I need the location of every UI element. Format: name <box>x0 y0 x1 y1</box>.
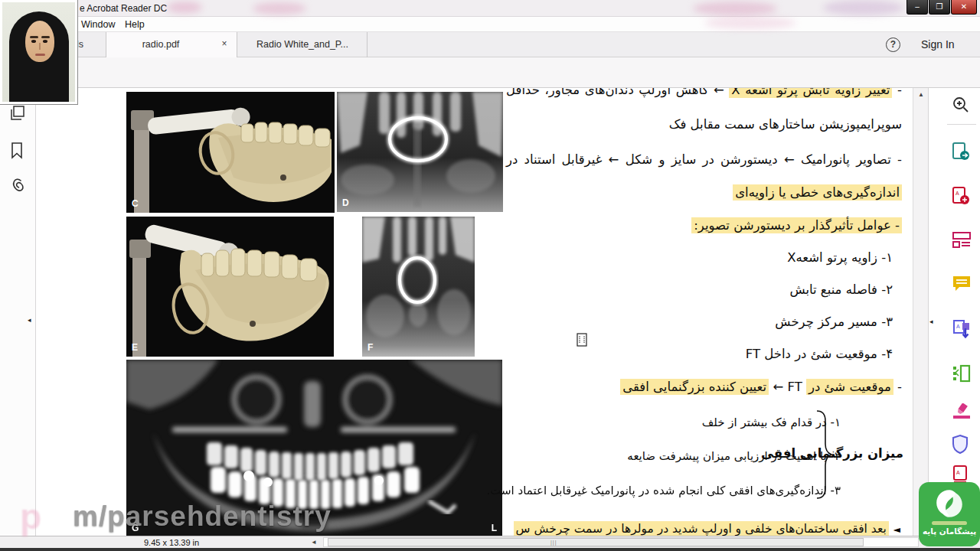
text-line: سوپرایمپوزیشن ساختارهای سمت مقابل فک <box>669 117 902 132</box>
text-line: ۲- فاصله منبع تابش <box>789 282 893 297</box>
swirl-logo-icon <box>933 487 965 520</box>
highlighted-text: تغییر زاویه تابش پرتو اشعه X <box>729 88 892 98</box>
pdf-page[interactable]: C D <box>36 88 913 536</box>
window-bottom-edge <box>0 548 980 551</box>
tab-tools-partial[interactable]: ls <box>77 39 83 50</box>
text-line: ۱- زاویه پرتو اشعهX <box>787 250 893 265</box>
right-tools-panel: A A A <box>928 88 980 536</box>
left-navigation-pane: ◂ <box>0 88 36 536</box>
acrobat-window: e Acrobat Reader DC – ❐ ✕ Window Help ls… <box>0 0 980 551</box>
text-line: - موقعیت شئ در FT ← تعیین کننده بزرگنمای… <box>620 380 902 394</box>
window-title: e Acrobat Reader DC <box>80 3 167 14</box>
video-artifact <box>823 0 903 15</box>
highlighted-text: موقعیت شئ در <box>806 379 893 395</box>
hscroll-thumb[interactable]: ||| <box>328 538 864 546</box>
figure-label: E <box>132 342 138 353</box>
figure-radiograph-d: D <box>337 92 503 212</box>
close-button[interactable]: ✕ <box>951 0 977 15</box>
bullet-arrow-icon: ◄ <box>893 524 900 535</box>
scroll-up-arrow[interactable]: ▲ <box>918 91 924 98</box>
radiograph-illustration <box>362 217 475 357</box>
text-line: - تغییر زاویه تابش پرتو اشعه X ← کاهش او… <box>506 88 902 97</box>
highlighted-text: اندازه‌گیری‌های خطی یا زاویه‌ای <box>733 184 902 201</box>
brace-item: ۱- در قدام فک بیشتر از خلف <box>702 416 841 429</box>
highlighted-text: بعد افقی ساختمان‌های خلفی و اورلپ شدید د… <box>514 521 889 536</box>
text-line: ◄بعد افقی ساختمان‌های خلفی و اورلپ شدید … <box>514 522 900 536</box>
organize-pages-button[interactable] <box>952 364 972 383</box>
main-toolbar: / 136 125% ▼ ▼ <box>0 57 980 88</box>
create-pdf-icon: A <box>952 186 970 206</box>
right-panel-collapse-arrow[interactable]: ◂ <box>929 318 933 325</box>
attachments-button[interactable] <box>9 177 26 198</box>
organize-pages-icon <box>952 364 972 383</box>
create-pdf-button[interactable]: A <box>952 186 972 206</box>
shield-icon <box>952 434 969 454</box>
svg-text:A: A <box>956 470 960 475</box>
presenter-face <box>25 21 54 62</box>
edit-pdf-button[interactable] <box>952 230 972 250</box>
export-pdf-button[interactable] <box>952 142 972 161</box>
menu-window[interactable]: Window <box>81 19 115 30</box>
brace-item: ۳- اندازه‌گیری‌های افقی کلی انجام شده در… <box>487 484 841 497</box>
search-plus-icon <box>952 96 970 114</box>
figure-label: C <box>132 198 139 209</box>
search-tools-button[interactable] <box>952 96 972 116</box>
tab-bar: ls radio.pdf × Radio White_and_P... ? Si… <box>0 32 980 57</box>
video-artifact <box>704 17 796 29</box>
page-scroll-cursor-icon <box>577 333 587 347</box>
figure-radiograph-f: F <box>362 217 475 357</box>
tab-label: radio.pdf <box>106 39 215 50</box>
redact-button[interactable] <box>952 403 972 423</box>
tab-radio-pdf[interactable]: radio.pdf × <box>106 32 237 57</box>
maximize-button[interactable]: ❐ <box>929 0 950 15</box>
figure-label: L <box>492 523 497 533</box>
mandible-photo-illustration <box>126 217 334 357</box>
presenter-webcam-overlay <box>0 0 77 104</box>
logo-name: پیشگامان پایه <box>923 527 976 536</box>
export-pdf-icon <box>952 142 970 161</box>
protect-button[interactable] <box>952 434 972 454</box>
menu-help[interactable]: Help <box>125 19 145 30</box>
menu-bar: Window Help <box>0 17 980 32</box>
video-artifact <box>167 2 202 13</box>
hscroll-left-arrow[interactable]: ◄ <box>311 539 317 546</box>
highlighted-text: - عوامل تأثیرگذار بر دیستورشن تصویر: <box>691 217 902 233</box>
faded-watermark-letter: p <box>20 496 41 537</box>
edit-pdf-icon <box>952 230 972 249</box>
horizontal-scrollbar[interactable]: ||| <box>323 537 919 547</box>
svg-text:A: A <box>956 324 960 329</box>
eye <box>43 40 47 43</box>
comment-tool-button[interactable] <box>952 275 972 295</box>
radiograph-illustration <box>337 92 503 212</box>
nose <box>39 43 41 50</box>
text-segment: - <box>892 88 902 97</box>
comment-tool-icon <box>952 275 972 293</box>
title-bar: e Acrobat Reader DC – ❐ ✕ <box>0 0 980 17</box>
bookmark-icon <box>9 142 24 160</box>
sign-in-button[interactable]: Sign In <box>921 38 955 51</box>
institute-logo-overlay: پیشگامان پایه <box>919 482 980 546</box>
tab-radio-white[interactable]: Radio White_and_P... <box>238 32 368 57</box>
minimize-button[interactable]: – <box>906 0 928 15</box>
vertical-scrollbar[interactable]: ▲ <box>913 88 928 536</box>
eyebrow <box>30 36 38 38</box>
redact-marker-icon <box>952 403 972 420</box>
video-artifact <box>693 2 777 15</box>
sidebar-collapse-arrow[interactable]: ◂ <box>28 316 31 324</box>
text-line: ۳- مسیر مرکز چرخش <box>775 315 893 329</box>
hscroll-grip: ||| <box>550 540 557 545</box>
page-thumbnails-button[interactable] <box>9 105 26 125</box>
figure-mandible-photo-c: C <box>126 92 335 213</box>
text-line: - عوامل تأثیرگذار بر دیستورشن تصویر: <box>691 218 902 233</box>
combine-files-icon: A <box>952 319 972 339</box>
text-segment: ← کاهش اورلپ دندان‌های مجاور، حداقل <box>506 88 729 97</box>
page-thumbnails-icon <box>9 105 26 122</box>
combine-files-button[interactable]: A <box>952 319 972 339</box>
eyebrow <box>41 36 50 38</box>
figure-label: F <box>368 342 373 353</box>
figure-mandible-photo-e: E <box>126 217 334 357</box>
bookmarks-button[interactable] <box>9 142 24 163</box>
tab-close-icon[interactable]: × <box>218 38 230 51</box>
help-icon[interactable]: ? <box>886 37 900 52</box>
page-size-label: 9.45 x 13.39 in <box>144 538 199 547</box>
